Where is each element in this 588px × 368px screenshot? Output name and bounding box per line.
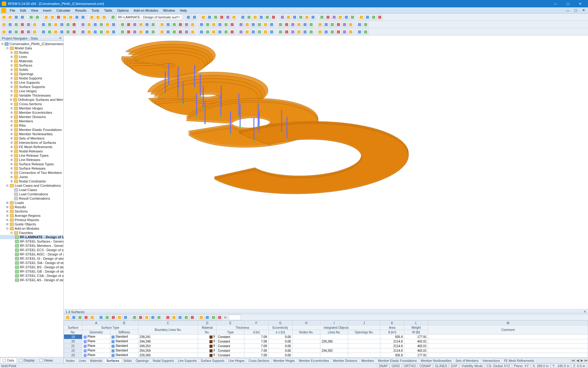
column-letter[interactable]: F: [244, 321, 268, 325]
table-row[interactable]: 21 Plane Standard249,253 9Constant7.090.…: [64, 344, 588, 348]
toolbar-icon[interactable]: [165, 22, 171, 27]
mdi-restore[interactable]: ▢: [572, 8, 580, 13]
navigator-tree[interactable]: ⊟Conversation_Plinth_(C)bensonwood.com⊟M…: [0, 41, 63, 357]
tree-item[interactable]: ⊞Cross-Sections: [0, 102, 63, 106]
table-tab-member-hinges[interactable]: Member Hinges: [271, 358, 297, 363]
toolbar-icon[interactable]: [32, 29, 37, 35]
status-toggle-dxf[interactable]: DXF: [449, 364, 459, 368]
toolbar-icon[interactable]: [144, 29, 150, 35]
table-row[interactable]: 20 Plane Standard244,248 9Constant7.090.…: [64, 339, 588, 344]
toolbar-icon[interactable]: [229, 29, 235, 35]
toolbar-icon[interactable]: [240, 14, 246, 20]
toolbar-icon[interactable]: [165, 29, 171, 35]
nav-next-icon[interactable]: [192, 14, 197, 20]
toolbar-icon[interactable]: [26, 22, 31, 27]
column-letter[interactable]: G: [268, 321, 292, 325]
toolbar-icon[interactable]: [65, 22, 71, 27]
toolbar-icon[interactable]: [304, 14, 310, 20]
table-toolbar-icon[interactable]: [171, 315, 177, 320]
toolbar-icon[interactable]: [65, 29, 71, 35]
tool-icon[interactable]: [95, 14, 101, 20]
tree-item[interactable]: ⊞Line Release Types: [0, 153, 63, 158]
toolbar-icon[interactable]: [331, 14, 337, 20]
column-header[interactable]: Geometry: [82, 330, 110, 335]
toolbar-icon[interactable]: [32, 22, 37, 27]
toolbar-icon[interactable]: [80, 29, 86, 35]
formula-input[interactable]: [229, 315, 241, 320]
tab-nav-icon[interactable]: ⏭: [584, 358, 588, 362]
tree-item[interactable]: ⊞Nodes: [0, 50, 63, 55]
table-toolbar-icon[interactable]: [77, 315, 83, 320]
toolbar-icon[interactable]: [377, 14, 383, 20]
table-toolbar-icon[interactable]: [138, 315, 143, 320]
toolbar-icon[interactable]: [365, 14, 370, 20]
toolbar-icon[interactable]: [330, 29, 335, 35]
table-toolbar-icon[interactable]: [71, 315, 77, 320]
toolbar-icon[interactable]: [257, 29, 262, 35]
toolbar-icon[interactable]: [310, 14, 316, 20]
column-header[interactable]: Type: [217, 330, 244, 335]
toolbar-icon[interactable]: [199, 29, 204, 35]
status-toggle-glines[interactable]: GLINES: [433, 364, 449, 368]
toolbar-icon[interactable]: [336, 22, 341, 27]
surfaces-table[interactable]: ABCDEFGHIJKLMSurfaceSurface TypeBoundary…: [64, 320, 588, 358]
toolbar-icon[interactable]: [257, 22, 262, 27]
toolbar-icon[interactable]: [26, 29, 31, 35]
menu-view[interactable]: View: [28, 8, 41, 13]
toolbar-icon[interactable]: [71, 22, 77, 27]
toolbar-icon[interactable]: [371, 14, 376, 20]
undo-button[interactable]: [28, 14, 34, 20]
tree-item[interactable]: ⊞Member Divisions: [0, 115, 63, 119]
toolbar-icon[interactable]: [1, 22, 7, 27]
toolbar-icon[interactable]: [219, 14, 224, 20]
tree-item[interactable]: ⊞Surface Supports: [0, 85, 63, 89]
tree-item[interactable]: RF-STEEL IS - Design of steel members: [0, 256, 63, 261]
toolbar-icon[interactable]: [348, 22, 353, 27]
tree-item[interactable]: ⊞Average Regions: [0, 213, 63, 218]
tree-item[interactable]: ⊞Materials: [0, 59, 63, 63]
table-toolbar-icon[interactable]: [104, 315, 110, 320]
toolbar-icon[interactable]: [144, 22, 150, 27]
table-toolbar-icon[interactable]: [211, 315, 216, 320]
tree-item[interactable]: RF-STEEL Members - General stress analys…: [0, 243, 63, 248]
column-header[interactable]: e z [in]: [268, 330, 292, 335]
column-header[interactable]: W [lb]: [404, 330, 428, 335]
mdi-close[interactable]: ✕: [580, 8, 587, 13]
tool-icon[interactable]: [50, 14, 55, 20]
table-tab-surface-supports[interactable]: Surface Supports: [198, 358, 226, 363]
tree-item[interactable]: ⊞Ribs: [0, 123, 63, 128]
mdi-minimize[interactable]: —: [564, 8, 572, 13]
table-toolbar-icon[interactable]: [98, 315, 104, 320]
toolbar-icon[interactable]: [184, 29, 189, 35]
table-tab-member-nonlinearities[interactable]: Member Nonlinearities: [419, 358, 454, 363]
menu-table[interactable]: Table: [102, 8, 115, 13]
toolbar-icon[interactable]: [323, 29, 329, 35]
toolbar-icon[interactable]: [13, 22, 19, 27]
toolbar-icon[interactable]: [302, 29, 308, 35]
toolbar-icon[interactable]: [290, 22, 296, 27]
toolbar-icon[interactable]: [342, 22, 347, 27]
toolbar-icon[interactable]: [319, 14, 325, 20]
tree-item[interactable]: Load Cases: [0, 188, 63, 192]
toolbar-icon[interactable]: [317, 22, 323, 27]
toolbar-icon[interactable]: [217, 22, 223, 27]
menu-window[interactable]: Window: [160, 8, 177, 13]
table-toolbar-icon[interactable]: [198, 315, 204, 320]
toolbar-icon[interactable]: [225, 14, 231, 20]
redo-button[interactable]: [35, 14, 40, 20]
toolbar-icon[interactable]: [350, 14, 355, 20]
tree-item[interactable]: RF-STEEL AISC - Design of steel members: [0, 252, 63, 256]
table-tab-lines[interactable]: Lines: [77, 358, 88, 363]
table-toolbar-icon[interactable]: [83, 315, 89, 320]
table-tab-openings[interactable]: Openings: [134, 358, 151, 363]
table-toolbar-icon[interactable]: [117, 315, 122, 320]
toolbar-icon[interactable]: [359, 14, 364, 20]
toolbar-icon[interactable]: [363, 22, 368, 27]
toolbar-icon[interactable]: [205, 22, 210, 27]
toolbar-icon[interactable]: [269, 29, 274, 35]
toolbar-icon[interactable]: [178, 22, 183, 27]
toolbar-icon[interactable]: [302, 22, 308, 27]
menu-edit[interactable]: Edit: [18, 8, 28, 13]
system-menu-icon[interactable]: [1, 8, 6, 13]
tree-item[interactable]: Result Combinations: [0, 196, 63, 201]
